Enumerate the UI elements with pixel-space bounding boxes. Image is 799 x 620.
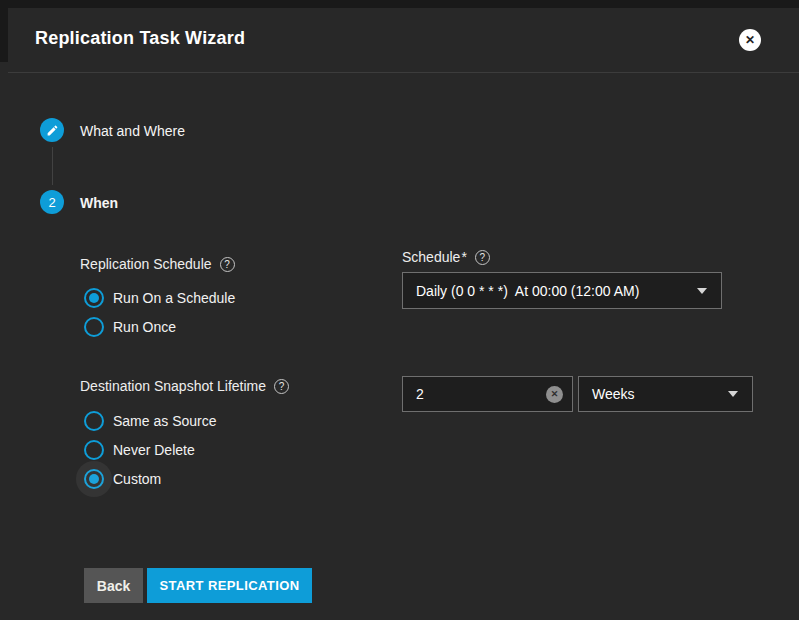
step-2-icon[interactable]: 2 (40, 190, 64, 214)
dialog-backdrop-edge-left (0, 0, 8, 62)
dialog-title: Replication Task Wizard (35, 28, 245, 49)
edit-pencil-icon (46, 124, 59, 137)
radio-never-delete[interactable]: Never Delete (84, 440, 195, 460)
radio-focus-halo (76, 461, 112, 497)
help-icon[interactable]: ? (220, 257, 235, 272)
header-divider (8, 72, 799, 73)
schedule-label: Schedule * ? (402, 249, 490, 265)
step-1-label[interactable]: What and Where (80, 123, 185, 139)
step-1-icon[interactable] (40, 118, 64, 142)
radio-same-as-source[interactable]: Same as Source (84, 411, 217, 431)
schedule-select[interactable]: Daily (0 0 * * *) At 00:00 (12:00 AM) (402, 272, 722, 309)
step-2-label[interactable]: When (80, 195, 118, 211)
step-2-number: 2 (48, 195, 55, 210)
close-icon[interactable]: ✕ (739, 29, 761, 51)
lifetime-value-input[interactable]: 2 ✕ (402, 376, 573, 412)
radio-custom[interactable]: Custom (84, 469, 161, 489)
lifetime-unit-select[interactable]: Weeks (578, 376, 753, 412)
radio-run-on-a-schedule[interactable]: Run On a Schedule (84, 288, 235, 308)
help-icon[interactable]: ? (475, 250, 490, 265)
schedule-select-value: Daily (0 0 * * *) At 00:00 (12:00 AM) (403, 283, 697, 299)
required-asterisk: * (461, 249, 466, 265)
radio-button-icon (84, 469, 104, 489)
back-button[interactable]: Back (84, 568, 143, 603)
start-replication-button[interactable]: START REPLICATION (147, 568, 312, 603)
radio-button-icon (84, 288, 104, 308)
radio-button-icon (84, 440, 104, 460)
clear-input-icon[interactable]: ✕ (546, 386, 563, 403)
help-icon[interactable]: ? (274, 379, 289, 394)
radio-run-once[interactable]: Run Once (84, 317, 176, 337)
lifetime-value: 2 (403, 386, 546, 402)
chevron-down-icon (697, 288, 707, 294)
destination-snapshot-lifetime-label: Destination Snapshot Lifetime ? (80, 378, 289, 394)
lifetime-unit-value: Weeks (579, 386, 728, 402)
stepper-connector-line (52, 147, 53, 185)
chevron-down-icon (728, 391, 738, 397)
replication-schedule-label: Replication Schedule ? (80, 256, 235, 272)
radio-button-icon (84, 317, 104, 337)
radio-button-icon (84, 411, 104, 431)
dialog-backdrop-edge-top (0, 0, 799, 8)
